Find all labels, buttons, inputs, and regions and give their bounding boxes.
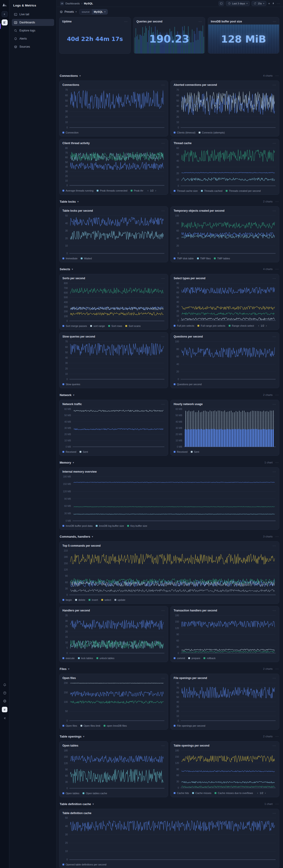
panel-menu-button[interactable]: ··· <box>273 84 276 86</box>
chart-plot[interactable]: 100806040200 <box>174 214 276 256</box>
chart-plot[interactable]: 180 MB150 MB120 MB90 MB60 MB30 MB0 MB <box>62 475 276 523</box>
section-collapse-toggle[interactable]: Table openings ▾ <box>60 735 84 738</box>
legend-item[interactable]: Slow queries <box>62 383 80 386</box>
legend-item[interactable]: prepare <box>188 657 200 659</box>
legend-item[interactable]: lock tables <box>78 657 93 659</box>
quick-actions-button[interactable] <box>272 2 275 5</box>
panel-menu-button[interactable]: ··· <box>273 544 276 547</box>
legend-item[interactable]: Sort rows <box>108 324 122 327</box>
sidebar-item-explore-logs[interactable]: Explore logs <box>12 27 54 34</box>
refresh-interval-picker[interactable]: 15s ▾ <box>252 1 266 6</box>
legend-next-page-button[interactable]: › <box>265 792 266 795</box>
legend-item[interactable]: select <box>101 598 111 601</box>
section-menu-button[interactable]: ··· <box>275 461 279 464</box>
sidebar-item-dashboards[interactable]: Dashboards <box>12 19 54 26</box>
chart-plot[interactable]: 50403020100 <box>62 214 165 256</box>
panel-menu-button[interactable]: ··· <box>273 20 276 23</box>
section-menu-button[interactable]: ··· <box>275 668 279 670</box>
legend-item[interactable]: commit <box>174 657 185 659</box>
legend-item[interactable]: Thread cache size <box>174 189 198 192</box>
legend-item[interactable]: Open files <box>62 724 77 727</box>
legend-prev-page-button[interactable]: ‹ <box>148 189 149 192</box>
breadcrumb-current[interactable]: MySQL <box>84 2 93 5</box>
legend-item[interactable]: Threads cached <box>201 189 222 192</box>
collapse-sidebar-icon[interactable] <box>2 716 7 720</box>
legend-item[interactable]: Sent <box>80 451 88 453</box>
globe-icon[interactable] <box>2 699 7 703</box>
legend-item[interactable]: TMP files <box>197 257 211 260</box>
panel-menu-button[interactable]: ··· <box>273 403 276 406</box>
chart-plot[interactable]: 1801501209060300 <box>174 749 276 790</box>
legend-item[interactable]: InnoDB buffer pool data <box>62 524 93 527</box>
panel-menu-button[interactable]: ··· <box>273 609 276 612</box>
legend-item[interactable]: insert <box>89 598 98 601</box>
help-icon[interactable] <box>2 690 7 695</box>
legend-item[interactable]: Key buffer size <box>127 524 147 527</box>
legend-item[interactable]: Connects (attempts) <box>199 131 225 134</box>
section-menu-button[interactable]: ··· <box>275 268 279 271</box>
section-menu-button[interactable]: ··· <box>275 394 279 396</box>
legend-item[interactable]: Average threads running <box>62 189 93 192</box>
legend-item[interactable]: Questions per second <box>174 383 201 386</box>
chart-plot[interactable]: 80706050403020100 <box>62 146 165 188</box>
section-menu-button[interactable]: ··· <box>275 535 279 538</box>
legend-item[interactable]: Waited <box>81 257 92 260</box>
panel-menu-button[interactable]: ··· <box>273 812 276 814</box>
legend-item[interactable]: Sort scans <box>125 324 140 327</box>
panel-menu-button[interactable]: ··· <box>161 335 165 338</box>
legend-item[interactable]: delete <box>75 598 85 601</box>
chart-plot[interactable]: 8007006005004003002001000 <box>62 281 165 323</box>
legend-item[interactable]: open InnoDB files <box>103 724 127 727</box>
chart-plot[interactable]: 50403020100 <box>62 816 276 862</box>
panel-menu-button[interactable]: ··· <box>273 744 276 747</box>
legend-item[interactable]: Peak thr <box>131 189 143 192</box>
legend-item[interactable]: Clients (timeout) <box>174 131 195 134</box>
panel-menu-button[interactable]: ··· <box>161 142 165 145</box>
app-logo[interactable] <box>0 1 9 9</box>
panel-menu-button[interactable]: ··· <box>161 744 165 747</box>
uptime-module-icon[interactable] <box>2 11 8 17</box>
panel-menu-button[interactable]: ··· <box>161 277 165 280</box>
sidebar-item-live-tail[interactable]: Live tail <box>12 11 54 18</box>
chart-plot[interactable]: 2101801501209060300 <box>62 549 276 597</box>
legend-item[interactable]: Cache misses due to overflows <box>215 792 253 795</box>
chart-plot[interactable]: 35302520151050 <box>62 614 165 656</box>
presets-dropdown[interactable]: Presets ▾ <box>60 10 76 13</box>
section-menu-button[interactable]: ··· <box>275 74 279 77</box>
chart-plot[interactable]: 80706050403020100 <box>174 681 276 723</box>
panel-menu-button[interactable]: ··· <box>273 209 276 212</box>
legend-item[interactable]: InnoDB log buffer size <box>96 524 124 527</box>
filter-value[interactable]: MySQL▾ <box>92 9 107 14</box>
legend-item[interactable]: Full join selects <box>174 324 194 327</box>
source-filter-chip[interactable]: source MySQL▾ <box>79 9 108 14</box>
panel-menu-button[interactable]: ··· <box>161 677 165 679</box>
legend-item[interactable]: update <box>115 598 126 601</box>
live-tail-button[interactable] <box>219 1 224 6</box>
chart-plot[interactable]: 100806040200 <box>174 340 276 382</box>
notifications-bell-icon[interactable] <box>2 682 7 687</box>
section-collapse-toggle[interactable]: Memory ▾ <box>60 461 74 464</box>
chart-plot[interactable]: 60 MB50 MB40 MB30 MB20 MB10 MB0 MB <box>62 407 165 449</box>
legend-next-page-button[interactable]: › <box>155 189 156 192</box>
section-collapse-toggle[interactable]: Selects ▾ <box>60 268 73 271</box>
add-panel-button[interactable]: + <box>268 2 270 5</box>
legend-item[interactable]: rollback <box>203 657 216 659</box>
chart-plot[interactable]: 80706050403020100 <box>174 281 276 323</box>
panel-menu-button[interactable]: ··· <box>273 677 276 679</box>
chart-plot[interactable]: 706050403020100 <box>174 88 276 130</box>
chart-plot[interactable]: 706050403020100 <box>62 340 165 382</box>
section-collapse-toggle[interactable]: Files ▾ <box>60 667 69 671</box>
more-options-button[interactable]: ··· <box>277 2 280 5</box>
panel-menu-button[interactable]: ··· <box>161 609 165 612</box>
legend-item[interactable]: Sent <box>191 451 199 453</box>
section-menu-button[interactable]: ··· <box>275 200 279 203</box>
panel-menu-button[interactable]: ··· <box>273 277 276 280</box>
sidebar-item-alerts[interactable]: Alerts <box>12 35 54 42</box>
legend-item[interactable]: Immediate <box>62 257 77 260</box>
time-range-picker[interactable]: Last 3 days ▾ <box>226 1 250 6</box>
panel-menu-button[interactable]: ··· <box>273 335 276 338</box>
legend-item[interactable]: Cache hits <box>174 792 189 795</box>
legend-item[interactable]: unlock tables <box>96 657 115 659</box>
chart-plot[interactable]: 200150100500 <box>62 681 165 723</box>
legend-item[interactable]: TMP tables <box>214 257 230 260</box>
